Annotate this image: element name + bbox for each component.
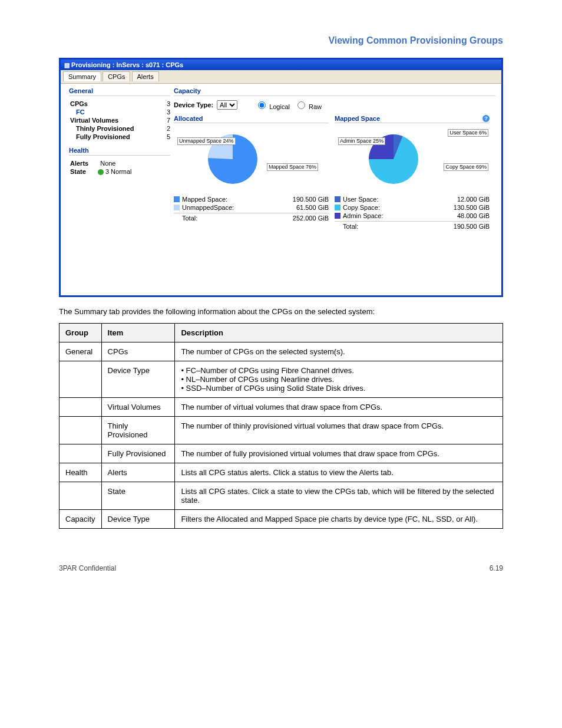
cell-desc: Lists all CPG status alerts. Click a sta… bbox=[175, 463, 503, 482]
swatch-icon bbox=[335, 213, 340, 219]
tab-alerts[interactable]: Alerts bbox=[132, 71, 159, 81]
alerts-label: Alerts bbox=[70, 160, 88, 167]
legend-row: Admin Space: 48.000 GiB bbox=[335, 212, 490, 220]
description-table: Group Item Description GeneralCPGsThe nu… bbox=[59, 323, 503, 529]
page-footer: 3PAR Confidential 6.19 bbox=[59, 564, 503, 572]
cell-desc: The number of thinly provisioned virtual… bbox=[175, 416, 503, 444]
legend-total: Total: 252.000 GiB bbox=[174, 213, 329, 222]
cell-group bbox=[59, 361, 102, 397]
cell-group: Health bbox=[59, 463, 102, 482]
swatch-icon bbox=[174, 205, 180, 210]
legend-total: Total: 190.500 GiB bbox=[335, 221, 490, 230]
general-row: CPGs 3 bbox=[69, 100, 170, 108]
cell-group bbox=[59, 397, 102, 416]
general-row: Fully Provisioned 5 bbox=[69, 133, 170, 141]
table-row: Virtual VolumesThe number of virtual vol… bbox=[59, 397, 503, 416]
footer-left: 3PAR Confidential bbox=[59, 564, 116, 572]
table-row: Thinly ProvisionedThe number of thinly p… bbox=[59, 416, 503, 444]
mapped-legend: User Space: 12.000 GiB Copy Space: 130.5… bbox=[335, 195, 490, 230]
cell-item: Device Type bbox=[101, 361, 175, 397]
table-row: Fully ProvisionedThe number of fully pro… bbox=[59, 444, 503, 463]
general-key: CPGs bbox=[70, 100, 88, 107]
callout-mapped: Mapped Space 76% bbox=[267, 163, 318, 171]
radio-raw-input[interactable] bbox=[297, 101, 305, 109]
cell-group: Capacity bbox=[59, 509, 102, 528]
cell-desc: • FC–Number of CPGs using Fibre Channel … bbox=[175, 361, 503, 397]
radio-logical-label: Logical bbox=[269, 103, 290, 110]
radio-raw[interactable]: Raw bbox=[295, 100, 322, 110]
table-row: CapacityDevice TypeFilters the Allocated… bbox=[59, 509, 503, 528]
legend-row: Mapped Space: 190.500 GiB bbox=[174, 195, 329, 203]
callout-admin: Admin Space 25% bbox=[338, 137, 385, 145]
health-state-row[interactable]: State 3 Normal bbox=[69, 167, 170, 176]
cell-desc: Filters the Allocated and Mapped Space p… bbox=[175, 509, 503, 528]
cell-group bbox=[59, 416, 102, 444]
general-val: 3 bbox=[158, 100, 170, 107]
cell-group: General bbox=[59, 342, 102, 361]
general-val: 7 bbox=[158, 117, 170, 124]
health-alerts-row: Alerts None bbox=[69, 159, 170, 167]
swatch-icon bbox=[335, 205, 340, 210]
th-group: Group bbox=[59, 323, 102, 342]
table-row: StateLists all CPG states. Click a state… bbox=[59, 482, 503, 509]
device-type-label: Device Type: bbox=[174, 101, 213, 108]
cell-item: CPGs bbox=[101, 342, 175, 361]
general-key: Virtual Volumes bbox=[70, 117, 118, 124]
mapped-heading: Mapped Space ? bbox=[335, 115, 490, 123]
app-window: ▧ Provisioning : InServs : s071 : CPGs S… bbox=[59, 58, 503, 297]
allocated-legend: Mapped Space: 190.500 GiB UnmappedSpace:… bbox=[174, 195, 329, 222]
general-row: Thinly Provisioned 2 bbox=[69, 124, 170, 133]
callout-unmapped: Unmapped Space 24% bbox=[177, 137, 236, 145]
legend-row: UnmappedSpace: 61.500 GiB bbox=[174, 203, 329, 212]
swatch-icon bbox=[174, 196, 180, 202]
general-key: Fully Provisioned bbox=[70, 133, 130, 140]
cell-item: Device Type bbox=[101, 509, 175, 528]
callout-copy: Copy Space 69% bbox=[444, 163, 488, 171]
device-type-select[interactable]: All bbox=[217, 100, 237, 110]
cell-item: State bbox=[101, 482, 175, 509]
help-icon[interactable]: ? bbox=[482, 115, 490, 122]
window-titlebar: ▧ Provisioning : InServs : s071 : CPGs bbox=[61, 60, 501, 70]
cell-desc: The number of virtual volumes that draw … bbox=[175, 397, 503, 416]
cell-desc: The number of CPGs on the selected syste… bbox=[175, 342, 503, 361]
cell-item: Virtual Volumes bbox=[101, 397, 175, 416]
tab-summary[interactable]: Summary bbox=[63, 71, 101, 81]
cell-group bbox=[59, 482, 102, 509]
status-dot-icon bbox=[98, 169, 104, 175]
footer-right: 6.19 bbox=[490, 564, 503, 572]
radio-logical-input[interactable] bbox=[258, 101, 266, 109]
legend-row: Copy Space: 130.500 GiB bbox=[335, 203, 490, 212]
general-val: 2 bbox=[158, 125, 170, 132]
th-desc: Description bbox=[175, 323, 503, 342]
health-heading: Health bbox=[69, 147, 170, 156]
table-row: Device Type• FC–Number of CPGs using Fib… bbox=[59, 361, 503, 397]
allocated-heading: Allocated bbox=[174, 115, 329, 123]
cell-item: Thinly Provisioned bbox=[101, 416, 175, 444]
mapped-pie-icon bbox=[335, 127, 464, 192]
mapped-chart: Mapped Space ? Admin Spac bbox=[335, 115, 495, 230]
alerts-value: None bbox=[88, 160, 170, 167]
general-row: Virtual Volumes 7 bbox=[69, 116, 170, 124]
tabbar: Summary CPGs Alerts bbox=[61, 70, 501, 84]
table-row: HealthAlertsLists all CPG status alerts.… bbox=[59, 463, 503, 482]
cell-desc: The number of fully provisioned virtual … bbox=[175, 444, 503, 463]
general-val: 5 bbox=[158, 133, 170, 140]
cell-item: Fully Provisioned bbox=[101, 444, 175, 463]
cell-desc: Lists all CPG states. Click a state to v… bbox=[175, 482, 503, 509]
legend-row: User Space: 12.000 GiB bbox=[335, 195, 490, 203]
state-value: 3 Normal bbox=[86, 168, 170, 175]
general-heading: General bbox=[69, 87, 170, 96]
th-item: Item bbox=[101, 323, 175, 342]
capacity-heading: Capacity bbox=[174, 87, 495, 96]
cell-group bbox=[59, 444, 102, 463]
tab-cpgs[interactable]: CPGs bbox=[103, 71, 130, 81]
general-row[interactable]: FC 3 bbox=[69, 108, 170, 116]
radio-logical[interactable]: Logical bbox=[255, 100, 290, 110]
callout-user: User Space 6% bbox=[448, 129, 488, 137]
intro-paragraph: The Summary tab provides the following i… bbox=[59, 307, 503, 317]
window-title-text: Provisioning : InServs : s071 : CPGs bbox=[71, 61, 183, 68]
radio-raw-label: Raw bbox=[309, 103, 322, 110]
general-key: FC bbox=[70, 108, 85, 116]
page-title: Viewing Common Provisioning Groups bbox=[59, 35, 503, 46]
state-label: State bbox=[70, 168, 86, 175]
